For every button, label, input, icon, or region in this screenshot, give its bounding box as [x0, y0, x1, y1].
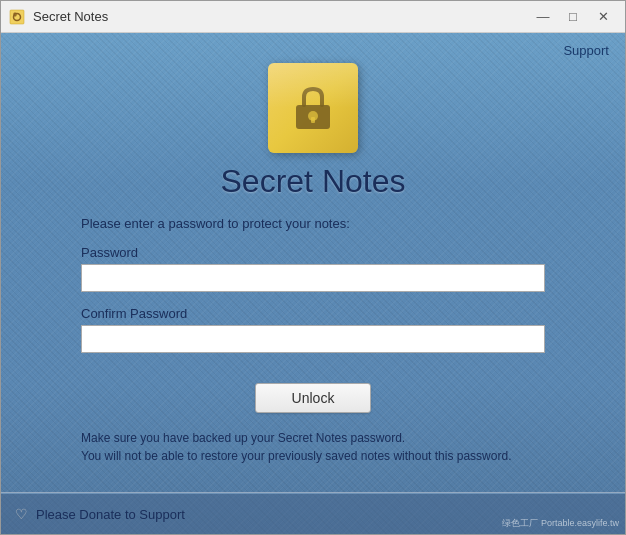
form-description: Please enter a password to protect your …: [81, 216, 545, 231]
unlock-button[interactable]: Unlock: [255, 383, 372, 413]
window-title: Secret Notes: [33, 9, 529, 24]
app-title: Secret Notes: [1, 163, 625, 200]
heart-icon: ♡: [15, 506, 28, 522]
close-button[interactable]: ✕: [589, 6, 617, 28]
donate-label: Please Donate to Support: [36, 507, 185, 522]
confirm-password-label: Confirm Password: [81, 306, 545, 321]
lock-area: [1, 33, 625, 153]
warning-text: Make sure you have backed up your Secret…: [1, 429, 625, 465]
maximize-button[interactable]: □: [559, 6, 587, 28]
svg-point-4: [308, 111, 318, 121]
window-controls: — □ ✕: [529, 6, 617, 28]
unlock-button-area: Unlock: [1, 383, 625, 413]
confirm-password-input[interactable]: [81, 325, 545, 353]
minimize-button[interactable]: —: [529, 6, 557, 28]
app-window: Secret Notes — □ ✕ Support: [0, 0, 626, 535]
lock-icon: [286, 81, 340, 135]
main-content: Support Secret Notes Please enter a p: [1, 33, 625, 534]
password-label: Password: [81, 245, 545, 260]
confirm-password-group: Confirm Password: [81, 306, 545, 353]
svg-rect-0: [10, 10, 24, 24]
app-icon: [9, 8, 27, 26]
watermark: 绿色工厂 Portable.easylife.tw: [502, 517, 619, 530]
svg-rect-3: [296, 105, 330, 129]
password-group: Password: [81, 245, 545, 292]
lock-icon-container: [268, 63, 358, 153]
warning-line1: Make sure you have backed up your Secret…: [81, 431, 405, 445]
support-link[interactable]: Support: [563, 43, 609, 58]
title-bar: Secret Notes — □ ✕: [1, 1, 625, 33]
password-input[interactable]: [81, 264, 545, 292]
warning-line2: You will not be able to restore your pre…: [81, 449, 511, 463]
svg-rect-5: [311, 117, 315, 123]
form-area: Please enter a password to protect your …: [1, 216, 625, 367]
